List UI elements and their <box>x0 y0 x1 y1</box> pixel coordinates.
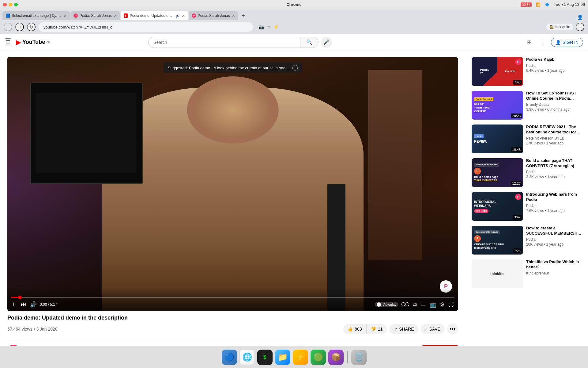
video-controls: ⏸ ⏭ 🔊 0:00 / 5:17 Autoplay CC ⧉ <box>7 288 458 311</box>
tab-close-3[interactable]: ✕ <box>182 13 185 18</box>
duration-4: 12:27 <box>511 181 522 186</box>
apps-grid-button[interactable]: ⊞ <box>524 37 535 48</box>
voice-search-button[interactable]: 🎤 <box>321 37 332 48</box>
dock-app7[interactable]: 📦 <box>328 350 344 365</box>
sign-in-label: SIGN IN <box>563 40 579 45</box>
dock-terminal[interactable]: $ <box>257 350 273 365</box>
sidebar-video-title-5: Introducing Webinars from Podia <box>526 192 582 202</box>
maximize-window-button[interactable] <box>14 3 18 6</box>
list-item[interactable]: thinkific Thinkific vs Podia: Which is b… <box>470 258 583 289</box>
tab-close-1[interactable]: ✕ <box>63 13 67 18</box>
incognito-badge: 🕵️ Incognito <box>546 24 573 30</box>
star-icon[interactable]: ☆ <box>267 24 271 30</box>
miniplayer-button[interactable]: ⧉ <box>412 301 417 309</box>
sidebar-thumbnail-4: 7 PROVEN strategies P Build a sales page… <box>472 158 523 187</box>
theater-button[interactable]: ▭ <box>420 301 426 309</box>
like-count: 803 <box>355 327 362 332</box>
browser-profile-icon[interactable]: 👤 <box>577 14 583 20</box>
video-player[interactable]: P Suggested: Podia demo - A look behind … <box>7 57 458 311</box>
browser-menu-button[interactable]: ⋮ <box>576 23 584 31</box>
list-item[interactable]: podia REVIEW 10:48 PODIA REVIEW 2021 - T… <box>470 123 583 155</box>
sidebar-thumbnail-7: thinkific <box>472 259 523 288</box>
tab-title-2: Podia: Sarah Jonas <box>80 13 112 18</box>
dock-files[interactable]: 📁 <box>275 350 290 365</box>
cast-button[interactable]: 📺 <box>429 301 437 309</box>
forward-button[interactable]: → <box>15 23 24 31</box>
save-label: SAVE <box>429 327 440 332</box>
tab-3-active[interactable]: ▶ Podia demo: Updated dem... 🔊 ✕ <box>121 11 188 20</box>
duration-3: 10:48 <box>511 147 522 152</box>
video-views: 57,464 views • 3 Jan 2020 <box>7 327 58 332</box>
save-button[interactable]: + SAVE <box>421 324 445 334</box>
podia-badge-1: P <box>515 59 521 65</box>
back-button[interactable]: ← <box>4 23 12 31</box>
tab-favicon-4: P <box>192 13 196 18</box>
sidebar-meta-6: 20K views • 1 year ago <box>526 242 582 247</box>
sidebar-video-info-6: How to create a SUCCESSFUL MEMBERSHIP SI… <box>526 226 582 255</box>
tab-4[interactable]: P Podia: Sarah Jonas ✕ <box>189 11 238 20</box>
search-button[interactable]: 🔍 <box>300 37 318 48</box>
new-tab-button[interactable]: + <box>239 11 248 20</box>
hamburger-menu-button[interactable]: ☰ <box>5 38 11 46</box>
list-item[interactable]: PODIAvs KAJABI P 7:43 Podia vs Kajabi Po… <box>470 56 583 87</box>
tab-close-4[interactable]: ✕ <box>232 13 235 18</box>
macos-dock: 🔵 🌐 $ 📁 ⚡ 🟢 📦 🗑️ <box>0 346 588 368</box>
progress-bar[interactable] <box>11 297 454 298</box>
sidebar-channel-2: Brandy Dudas <box>526 102 582 107</box>
fullscreen-button[interactable]: ⛶ <box>448 301 454 309</box>
tab-2[interactable]: P Podia: Sarah Jonas ✕ <box>70 11 120 20</box>
minimize-window-button[interactable] <box>9 3 12 6</box>
next-button[interactable]: ⏭ <box>20 301 27 309</box>
terminal-icon: $ <box>263 354 266 360</box>
app6-icon: 🟢 <box>313 352 323 362</box>
tab-1[interactable]: 🟦 Select email to change | Djang... ✕ <box>2 11 70 20</box>
more-actions-button[interactable]: ••• <box>447 324 458 335</box>
settings-button[interactable]: ⚙ <box>439 301 445 309</box>
dislike-button[interactable]: 👎 11 <box>367 324 387 334</box>
list-item[interactable]: 7 PROVEN strategies P Build a sales page… <box>470 157 583 188</box>
progress-dot <box>18 296 22 299</box>
like-button[interactable]: 👍 803 <box>343 324 366 334</box>
play-pause-button[interactable]: ⏸ <box>11 301 18 309</box>
extension-icon[interactable]: ⚡ <box>273 24 279 30</box>
subtitles-button[interactable]: CC <box>401 301 410 309</box>
reload-button[interactable]: ↻ <box>27 23 36 31</box>
search-input[interactable] <box>148 37 300 48</box>
suggestion-info-button[interactable]: ℹ <box>292 65 298 71</box>
finder-icon: 🔵 <box>224 352 234 362</box>
macos-right-icons: 00:54 📶 🔷 Tue 31 Aug 13:06 <box>521 2 585 7</box>
sidebar-channel-4: Podia <box>526 170 582 174</box>
sidebar-video-title-3: PODIA REVIEW 2021 - The best online cour… <box>526 125 582 135</box>
app7-icon: 📦 <box>331 352 341 362</box>
video-meta-row: 57,464 views • 3 Jan 2020 👍 803 👎 11 <box>7 324 458 335</box>
sidebar-meta-1: 6.4K views • 1 year ago <box>526 68 582 73</box>
autoplay-toggle[interactable]: Autoplay <box>375 302 398 307</box>
traffic-lights[interactable] <box>3 3 18 6</box>
header-right-actions: ⊞ ⋮ 👤 SIGN IN <box>524 37 583 48</box>
dock-app6[interactable]: 🟢 <box>311 350 326 365</box>
list-item[interactable]: INTRODUCINGWEBINARS from Podia P 3:42 In… <box>470 191 583 222</box>
dock-finder[interactable]: 🔵 <box>222 350 237 365</box>
sign-in-button[interactable]: 👤 SIGN IN <box>551 38 583 47</box>
dock-trash[interactable]: 🗑️ <box>351 350 367 365</box>
share-button[interactable]: ↗ SHARE <box>389 324 418 334</box>
share-icon: ↗ <box>394 327 397 332</box>
tab-audio-icon: 🔊 <box>175 14 180 18</box>
vs-left-thumb: PODIAvs <box>472 57 497 86</box>
tab-title-4: Podia: Sarah Jonas <box>198 13 230 18</box>
dock-chrome[interactable]: 🌐 <box>239 350 255 365</box>
dock-bolt[interactable]: ⚡ <box>293 350 308 365</box>
address-input[interactable] <box>39 22 253 32</box>
list-item[interactable]: 8 membership models P CREATE SUCCESSFULm… <box>470 224 583 256</box>
list-item[interactable]: Podia Tutorial SET UPYOUR FIRSTCOURSE 28… <box>470 90 583 121</box>
main-video-area: P Suggested: Podia demo - A look behind … <box>0 51 466 346</box>
sidebar-thumbnail-6: 8 membership models P CREATE SUCCESSFULm… <box>472 226 523 255</box>
more-options-button[interactable]: ⋮ <box>537 37 548 48</box>
channel-row: P Podia SUBSCRIBE <box>7 341 458 346</box>
volume-button[interactable]: 🔊 <box>29 301 37 309</box>
close-window-button[interactable] <box>3 3 7 6</box>
duration-1: 7:43 <box>513 80 522 85</box>
content-area: P Suggested: Podia demo - A look behind … <box>0 51 588 346</box>
youtube-logo[interactable]: ▶ YouTube GB <box>16 38 50 46</box>
tab-close-2[interactable]: ✕ <box>114 13 117 18</box>
